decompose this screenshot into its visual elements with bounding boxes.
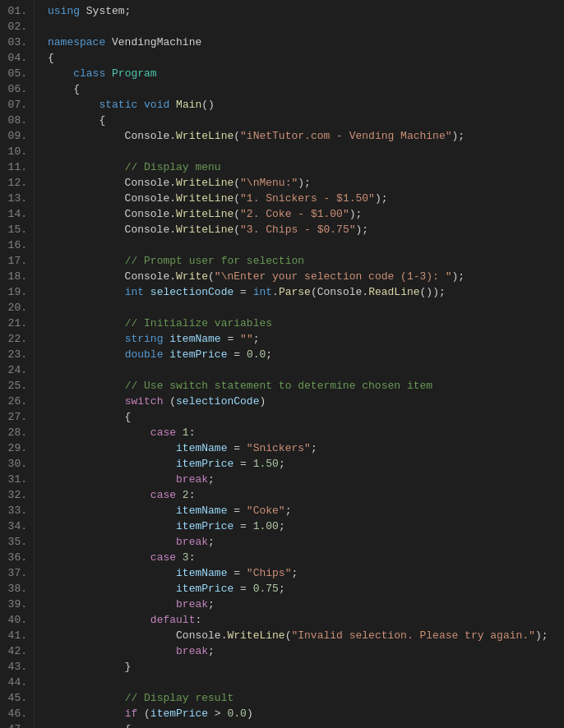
code-line: {	[48, 721, 564, 728]
line-number: 36.	[7, 550, 27, 565]
token-kw: class	[73, 67, 105, 80]
code-line: static void Main()	[48, 97, 564, 113]
token-plain: ;	[208, 536, 215, 548]
token-number: 0.75	[253, 583, 279, 595]
code-line: break;	[48, 643, 564, 659]
token-string: "Snickers"	[247, 442, 311, 454]
line-number: 04.	[7, 50, 27, 66]
code-line: // Prompt user for selection	[48, 253, 564, 269]
token-plain: (	[233, 208, 240, 220]
token-kw-ctrl: break	[176, 598, 208, 611]
token-number: 0.0	[247, 348, 266, 361]
code-line: Console.WriteLine("\nMenu:");	[48, 175, 564, 191]
token-method: Main	[176, 99, 201, 111]
code-line: }	[48, 659, 564, 675]
code-line: class Program	[48, 66, 564, 81]
code-line: itemPrice = 1.00;	[48, 518, 564, 534]
token-plain	[48, 395, 125, 408]
token-plain	[48, 67, 73, 80]
code-line: // Use switch statement to determine cho…	[48, 378, 564, 394]
token-plain: (	[233, 192, 240, 205]
line-number: 10.	[7, 144, 27, 159]
token-var: itemName	[176, 567, 227, 579]
token-kw-ctrl: case	[150, 489, 176, 501]
token-plain	[176, 489, 183, 501]
line-number: 20.	[7, 300, 27, 316]
token-plain	[48, 161, 125, 173]
token-plain: =	[233, 583, 252, 595]
token-plain: ;	[208, 598, 215, 611]
token-kw-ctrl: switch	[125, 395, 164, 408]
token-plain: Console.	[48, 270, 176, 283]
code-line	[48, 237, 564, 253]
token-plain	[169, 99, 176, 111]
code-line: {	[48, 50, 564, 66]
token-var: selectionCode	[150, 286, 233, 298]
token-plain	[48, 707, 125, 720]
token-plain: );	[452, 270, 465, 283]
line-number: 31.	[7, 472, 27, 487]
token-plain: {	[48, 411, 131, 423]
token-var: itemPrice	[176, 458, 233, 470]
line-number: 07.	[7, 97, 27, 113]
line-number: 13.	[7, 191, 27, 206]
token-plain	[48, 614, 150, 626]
token-method: Parse	[279, 286, 311, 298]
token-kw: int	[125, 286, 144, 298]
token-plain: (	[208, 270, 215, 283]
token-plain	[176, 551, 183, 564]
line-number: 17.	[7, 253, 27, 269]
code-line	[48, 300, 564, 316]
token-var: itemName	[169, 333, 220, 345]
token-var: itemPrice	[169, 348, 227, 361]
token-string: ""	[240, 333, 253, 345]
line-number: 43.	[7, 659, 27, 675]
line-number: 05.	[7, 66, 27, 81]
token-plain	[48, 473, 176, 486]
line-number: 03.	[7, 35, 27, 50]
token-kw: namespace	[48, 36, 105, 48]
token-number: 1	[183, 426, 189, 439]
token-plain	[48, 458, 176, 470]
code-line: itemName = "Chips";	[48, 565, 564, 581]
token-plain: =	[233, 286, 252, 298]
code-content[interactable]: using System; namespace VendingMachine{ …	[35, 0, 564, 728]
line-number: 39.	[7, 597, 27, 612]
line-number: 06.	[7, 81, 27, 97]
token-plain: ;	[279, 458, 285, 470]
code-line: break;	[48, 472, 564, 487]
token-string: "\nEnter your selection code (1-3): "	[215, 270, 452, 283]
token-method: Write	[176, 270, 208, 283]
token-number: 1.00	[253, 520, 279, 532]
token-plain: (	[233, 177, 240, 189]
code-line: namespace VendingMachine	[48, 35, 564, 50]
token-plain	[48, 380, 125, 392]
token-kw: void	[144, 99, 169, 111]
token-plain: (	[233, 223, 240, 236]
token-plain: (	[233, 130, 240, 142]
token-plain: }	[48, 661, 131, 673]
token-plain	[48, 505, 176, 517]
token-comment: // Prompt user for selection	[125, 255, 304, 267]
token-var: itemPrice	[150, 707, 208, 720]
code-line: if (itemPrice > 0.0)	[48, 706, 564, 721]
code-line: // Display result	[48, 690, 564, 706]
token-plain: ;	[266, 348, 272, 361]
code-line: switch (selectionCode)	[48, 394, 564, 409]
code-line	[48, 19, 564, 35]
line-number: 18.	[7, 269, 27, 284]
token-comment: // Initialize variables	[125, 317, 272, 329]
token-kw: using	[48, 5, 80, 17]
token-string: "\nMenu:"	[240, 177, 298, 189]
token-string: "1. Snickers - $1.50"	[240, 192, 375, 205]
line-number: 26.	[7, 394, 27, 409]
code-line: Console.WriteLine("iNetTutor.com - Vendi…	[48, 128, 564, 144]
token-plain	[48, 426, 150, 439]
token-plain: {	[48, 723, 131, 728]
token-plain: Console.	[48, 177, 176, 189]
line-number: 46.	[7, 706, 27, 721]
token-plain: (Console.	[311, 286, 368, 298]
line-number: 47.	[7, 721, 27, 728]
token-plain: {	[48, 52, 54, 64]
line-number: 09.	[7, 128, 27, 144]
